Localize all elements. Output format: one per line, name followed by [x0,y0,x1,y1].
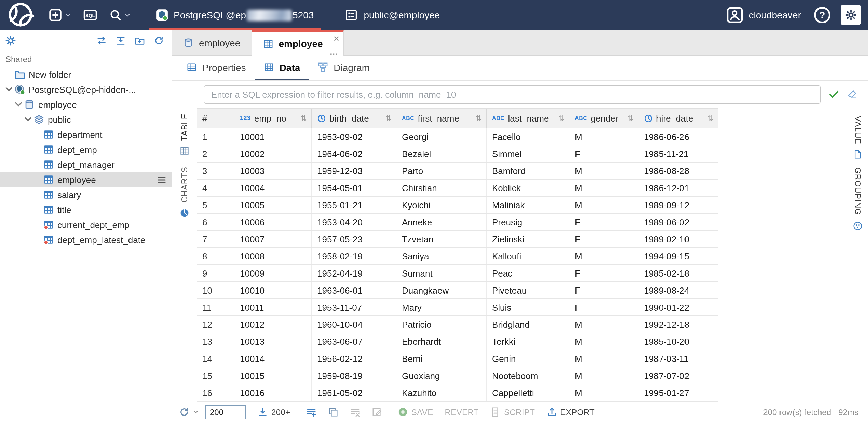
data-cell[interactable]: 1957-05-23 [312,231,396,247]
column-header[interactable]: birth_date ⇅ [312,109,396,128]
tree-item[interactable]: public [0,112,172,127]
settings-button[interactable] [841,5,861,25]
apply-filter-check-icon[interactable] [828,89,839,100]
data-cell[interactable]: Tzvetan [396,231,487,247]
data-cell[interactable]: 10003 [234,163,312,179]
link-objects-icon[interactable] [96,35,107,45]
expander-icon[interactable] [23,115,33,124]
data-cell[interactable]: 1989-02-10 [638,231,718,247]
data-cell[interactable]: 1959-12-03 [312,163,396,179]
data-cell[interactable]: Zielinski [487,231,569,247]
data-cell[interactable]: 10016 [234,384,312,401]
data-cell[interactable]: Mary [396,299,487,315]
tree-item[interactable]: salary [0,187,172,202]
column-header[interactable]: ABC last_name ⇅ [487,109,569,128]
new-folder-icon[interactable] [135,35,145,45]
data-cell[interactable]: 1953-11-07 [312,299,396,315]
data-cell[interactable]: 1987-07-02 [638,367,718,384]
data-cell[interactable]: 10009 [234,265,312,281]
tree-item-menu-icon[interactable] [157,174,167,185]
data-cell[interactable]: M [569,333,638,350]
rail-tab-value[interactable]: VALUE [853,116,863,159]
schema-selector[interactable]: public@employee [336,9,449,21]
sql-filter-input[interactable] [204,85,821,103]
data-cell[interactable]: 1986-12-01 [638,180,718,196]
column-header[interactable]: 123 emp_no ⇅ [234,109,312,128]
help-button[interactable]: ? [813,6,831,24]
data-cell[interactable]: Georgi [396,128,487,145]
sort-icon[interactable]: ⇅ [707,114,714,123]
tree-item[interactable]: dept_emp [0,142,172,157]
tree-item[interactable]: department [0,127,172,142]
tree-item[interactable]: dept_manager [0,157,172,172]
tree-item[interactable]: employee [0,172,172,187]
data-cell[interactable]: Sluis [487,299,569,315]
data-cell[interactable]: 1961-05-02 [312,384,396,401]
data-cell[interactable]: Genin [487,350,569,367]
data-cell[interactable]: 10010 [234,282,312,298]
data-cell[interactable]: 1956-02-12 [312,350,396,367]
tree-item[interactable]: current_dept_emp [0,217,172,232]
data-cell[interactable]: Guoxiang [396,367,487,384]
fetch-more-button[interactable]: 200+ [258,407,290,417]
data-cell[interactable]: Kyoichi [396,197,487,213]
data-cell[interactable]: Parto [396,163,487,179]
cloudbeaver-logo-icon[interactable] [5,3,36,27]
data-cell[interactable]: 1986-06-26 [638,128,718,145]
tab-diagram[interactable]: Diagram [309,56,379,80]
data-cell[interactable]: Kalloufi [487,248,569,264]
new-object-button[interactable] [42,3,77,27]
tree-item[interactable]: New folder [0,67,172,82]
sidebar-settings-gear-icon[interactable] [5,35,16,45]
duplicate-row-icon[interactable] [328,407,338,417]
data-cell[interactable]: 1985-10-20 [638,333,718,350]
data-cell[interactable]: Koblick [487,180,569,196]
data-cell[interactable]: Berni [396,350,487,367]
data-cell[interactable]: Terkki [487,333,569,350]
data-cell[interactable]: Preusig [487,214,569,230]
data-cell[interactable]: 10015 [234,367,312,384]
close-icon[interactable]: × [334,33,339,43]
column-header[interactable]: ABC first_name ⇅ [396,109,487,128]
column-header[interactable]: ABC gender ⇅ [569,109,638,128]
data-cell[interactable]: M [569,350,638,367]
data-cell[interactable]: 1992-12-18 [638,316,718,333]
search-button[interactable] [103,3,137,27]
rail-tab-grouping[interactable]: GROUPING [853,168,863,230]
sort-icon[interactable]: ⇅ [476,114,482,123]
script-button[interactable]: SCRIPT [490,407,535,417]
data-cell[interactable]: F [569,145,638,162]
row-limit-input[interactable] [205,405,246,419]
data-cell[interactable]: M [569,248,638,264]
add-row-icon[interactable] [306,407,316,417]
data-cell[interactable]: 1954-05-01 [312,180,396,196]
data-cell[interactable]: Peac [487,265,569,281]
refresh-result-button[interactable] [179,407,199,417]
data-cell[interactable]: Patricio [396,316,487,333]
data-cell[interactable]: 10014 [234,350,312,367]
data-cell[interactable]: 1989-08-24 [638,282,718,298]
data-cell[interactable]: 1985-02-18 [638,265,718,281]
data-cell[interactable]: 1989-06-02 [638,214,718,230]
data-cell[interactable]: Eberhardt [396,333,487,350]
data-cell[interactable]: 10006 [234,214,312,230]
data-cell[interactable]: 1955-01-21 [312,197,396,213]
data-cell[interactable]: 10005 [234,197,312,213]
data-cell[interactable]: M [569,163,638,179]
data-cell[interactable]: 10007 [234,231,312,247]
data-cell[interactable]: 1959-08-19 [312,367,396,384]
tab-employee-table[interactable]: employee × … [252,30,344,56]
sort-icon[interactable]: ⇅ [385,114,392,123]
data-cell[interactable]: Bamford [487,163,569,179]
tab-employee-database[interactable]: employee [172,30,252,55]
rail-tab-table[interactable]: TABLE [180,113,189,156]
data-cell[interactable]: 10012 [234,316,312,333]
tab-properties[interactable]: Properties [178,56,255,80]
column-header[interactable]: hire_date ⇅ [638,109,718,128]
data-cell[interactable]: 1963-06-07 [312,333,396,350]
data-cell[interactable]: 10004 [234,180,312,196]
revert-button[interactable]: REVERT [445,407,479,417]
data-cell[interactable]: 10011 [234,299,312,315]
data-cell[interactable]: 10008 [234,248,312,264]
data-cell[interactable]: Piveteau [487,282,569,298]
